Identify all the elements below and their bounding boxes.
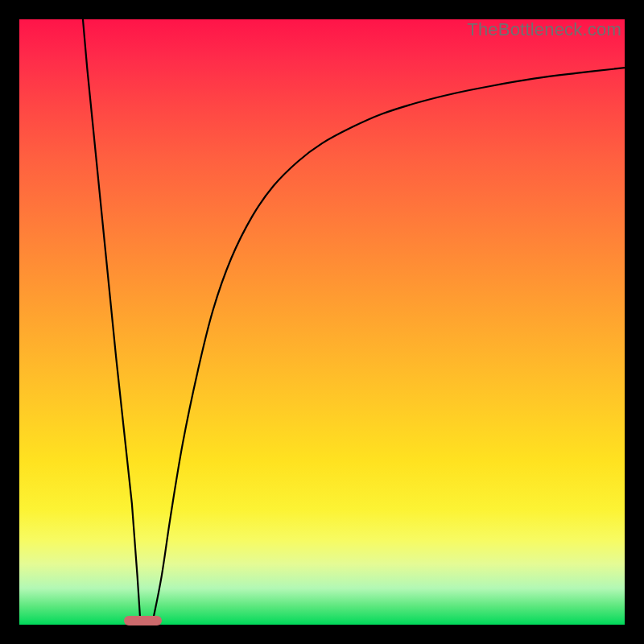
gradient-background — [19, 19, 625, 625]
watermark-text: TheBottleneck.com — [467, 19, 621, 40]
plot-area: TheBottleneck.com — [19, 19, 625, 625]
valley-marker — [124, 616, 162, 625]
chart-frame: TheBottleneck.com — [0, 0, 644, 644]
